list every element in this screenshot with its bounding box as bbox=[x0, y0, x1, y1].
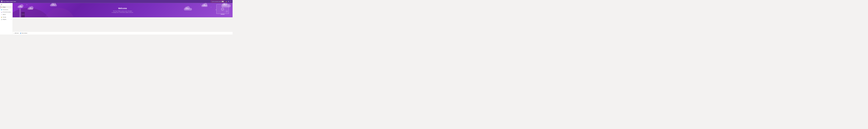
add-cards-label: + Add cards bbox=[14, 33, 19, 34]
sparkle-1: ✦ bbox=[26, 4, 28, 5]
environments-icon: 🌐 bbox=[1, 9, 2, 10]
sidebar-item-security[interactable]: 🔒 Security bbox=[0, 16, 12, 18]
sidebar-item-environments[interactable]: 🌐 Environments bbox=[0, 8, 12, 11]
welcome-text-area: Welcome The Power Platform admin center … bbox=[112, 7, 133, 13]
ruler-art bbox=[19, 9, 21, 17]
sidebar-item-advisor[interactable]: ♾ Advisor bbox=[0, 13, 12, 16]
try-new-admin-label: Try the new admin center bbox=[212, 1, 221, 2]
cloud-5 bbox=[184, 8, 192, 10]
add-cards-button[interactable]: + + Add cards bbox=[13, 33, 19, 34]
app-logo: Power Platform admin center bbox=[1, 1, 16, 2]
analytics-chevron-icon: ∨ bbox=[11, 19, 11, 20]
try-new-admin-toggle[interactable] bbox=[221, 1, 224, 2]
banner-description-line1: The Power Platform admin center is the p… bbox=[113, 10, 132, 12]
left-art bbox=[18, 6, 26, 17]
main-content: ✦ ✦ ✦ ✦ ✦ ✦ Welcome The Power Platform a… bbox=[12, 3, 233, 35]
share-feedback-icon: 👤 bbox=[20, 33, 21, 34]
environment-groups-icon: 🗂 bbox=[1, 11, 2, 12]
cloud-4 bbox=[202, 5, 208, 7]
banner-description-line2: to manage users, environments, policies,… bbox=[112, 12, 133, 13]
settings-icon: ⚙ bbox=[228, 1, 229, 2]
hamburger-button[interactable]: ☰ bbox=[0, 3, 12, 6]
waffle-icon[interactable] bbox=[1, 1, 2, 2]
footer-bar: + + Add cards 👤 Share feedback bbox=[12, 32, 233, 35]
sidebar-item-label-advisor: Advisor bbox=[3, 14, 6, 15]
sidebar-item-home[interactable]: 🏠 Home bbox=[0, 6, 12, 8]
sidebar-item-label-env-groups: Environment groups bbox=[3, 12, 11, 12]
sidebar-item-analytics[interactable]: 📊 Analytics ∨ bbox=[0, 18, 12, 21]
sidebar: ☰ 🏠 Home 🌐 Environments 🗂 Environment gr… bbox=[0, 3, 12, 35]
add-cards-icon: + bbox=[13, 33, 14, 34]
app-title: Power Platform admin center bbox=[3, 1, 16, 2]
sparkle-5: ✦ bbox=[211, 7, 212, 8]
analytics-icon: 📊 bbox=[1, 19, 2, 20]
hill-decoration-2 bbox=[44, 8, 75, 17]
theme-button[interactable]: 🌙 bbox=[225, 0, 227, 2]
monitor-stand bbox=[221, 14, 224, 15]
share-feedback-label: Share feedback bbox=[22, 33, 27, 34]
welcome-title: Welcome bbox=[112, 7, 133, 9]
share-feedback-button[interactable]: 👤 Share feedback bbox=[20, 33, 27, 34]
window-art-2 bbox=[23, 13, 24, 15]
settings-button[interactable]: ⚙ bbox=[227, 0, 230, 2]
home-icon: 🏠 bbox=[1, 6, 2, 8]
try-new-admin-button[interactable]: Try the new admin center bbox=[211, 0, 224, 2]
welcome-banner: ✦ ✦ ✦ ✦ ✦ ✦ Welcome The Power Platform a… bbox=[12, 3, 233, 17]
moon-icon: 🌙 bbox=[225, 1, 227, 2]
help-icon: ? bbox=[230, 1, 231, 2]
top-bar-actions: Try the new admin center 🌙 ⚙ ? bbox=[211, 0, 231, 2]
security-icon: 🔒 bbox=[1, 16, 2, 18]
sidebar-item-label-security: Security bbox=[3, 16, 6, 17]
sidebar-item-label-environments: Environments bbox=[3, 9, 8, 10]
cloud-6 bbox=[221, 4, 230, 7]
help-button[interactable]: ? bbox=[230, 1, 231, 3]
hamburger-icon: ☰ bbox=[1, 4, 2, 5]
cloud-3 bbox=[50, 4, 57, 6]
gear-small-icon: ⚙ bbox=[226, 10, 228, 13]
top-bar: Power Platform admin center Try the new … bbox=[0, 0, 233, 3]
sidebar-item-environment-groups[interactable]: 🗂 Environment groups bbox=[0, 11, 12, 13]
sidebar-item-label-home: Home bbox=[3, 6, 5, 7]
cloud-2 bbox=[28, 8, 33, 10]
window-art-1 bbox=[22, 13, 23, 15]
advisor-icon: ♾ bbox=[1, 14, 2, 15]
sidebar-item-label-analytics: Analytics bbox=[3, 19, 6, 20]
